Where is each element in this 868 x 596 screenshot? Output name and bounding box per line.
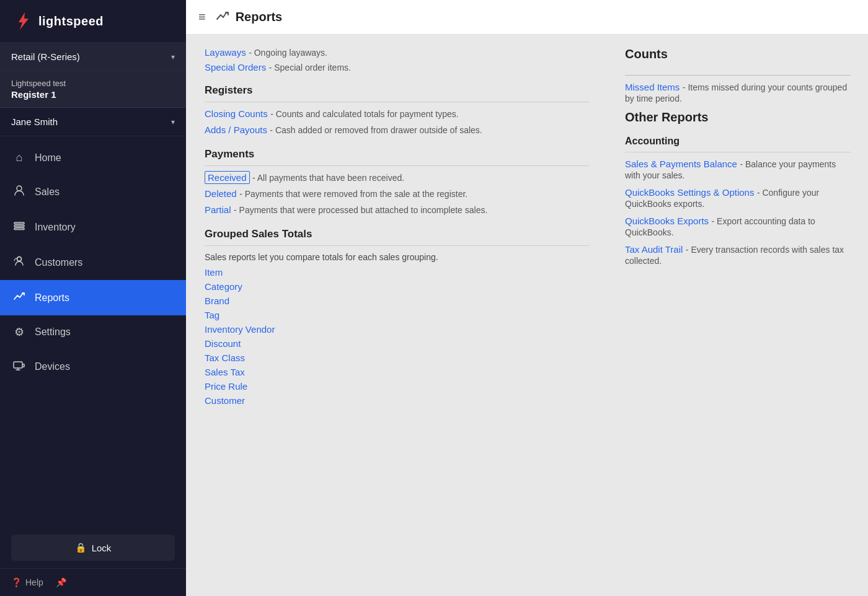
sidebar-item-settings[interactable]: ⚙ Settings (0, 315, 186, 349)
tag-link[interactable]: Tag (205, 310, 589, 320)
special-orders-item: Special Orders - Special order items. (205, 62, 589, 73)
sidebar-item-customers[interactable]: Customers (0, 245, 186, 280)
retail-label: Retail (R-Series) (11, 51, 80, 62)
tax-class-link[interactable]: Tax Class (205, 353, 589, 363)
quickbooks-settings-link[interactable]: QuickBooks Settings & Options (625, 187, 754, 198)
customers-icon (12, 255, 26, 270)
missed-items-item: Missed Items - Items missed during your … (625, 82, 851, 104)
partial-link[interactable]: Partial (205, 204, 231, 215)
adds-payouts-link[interactable]: Adds / Payouts (205, 125, 267, 135)
help-button[interactable]: ❓ Help (11, 577, 43, 587)
sidebar-item-customers-label: Customers (35, 257, 82, 268)
settings-icon: ⚙ (12, 325, 26, 339)
received-link[interactable]: Received (205, 171, 250, 184)
pin-button[interactable]: 📌 (56, 577, 66, 587)
deleted-desc: - Payments that were removed from the sa… (239, 189, 467, 199)
closing-counts-item: Closing Counts - Counts and calculated t… (205, 108, 589, 120)
quickbooks-exports-item: QuickBooks Exports - Export accounting d… (625, 216, 851, 238)
received-desc: - All payments that have been received. (252, 173, 404, 183)
customer-link[interactable]: Customer (205, 395, 589, 406)
svg-point-6 (17, 257, 22, 261)
sidebar-item-sales[interactable]: Sales (0, 174, 186, 209)
deleted-link[interactable]: Deleted (205, 188, 237, 199)
register-info: Lightspeed test Register 1 (0, 71, 186, 108)
grouped-sales-description: Sales reports let you compare totals for… (205, 252, 589, 262)
other-reports-header: Other Reports (625, 110, 851, 125)
user-name: Jane Smith (11, 116, 58, 127)
closing-counts-link[interactable]: Closing Counts (205, 108, 268, 119)
sidebar-item-home-label: Home (35, 152, 61, 164)
sales-payments-balance-link[interactable]: Sales & Payments Balance (625, 159, 737, 169)
lock-label: Lock (92, 543, 112, 553)
retail-chevron-icon: ▾ (171, 53, 175, 61)
item-link[interactable]: Item (205, 267, 589, 278)
sales-payments-balance-item: Sales & Payments Balance - Balance your … (625, 159, 851, 181)
received-item: Received - All payments that have been r… (205, 172, 589, 183)
svg-point-1 (17, 186, 22, 191)
main-content: ≡ Reports Layaways - Ongoing layaways. S… (186, 0, 868, 596)
content-area: Layaways - Ongoing layaways. Special Ord… (186, 35, 868, 596)
price-rule-link[interactable]: Price Rule (205, 381, 589, 392)
adds-payouts-desc: - Cash added or removed from drawer outs… (270, 125, 482, 135)
tax-audit-trail-link[interactable]: Tax Audit Trail (625, 244, 683, 255)
svg-marker-0 (19, 12, 29, 30)
sidebar-logo: lightspeed (0, 0, 186, 43)
lightspeed-flame-icon (12, 11, 32, 31)
adds-payouts-item: Adds / Payouts - Cash added or removed f… (205, 125, 589, 136)
quickbooks-exports-link[interactable]: QuickBooks Exports (625, 216, 709, 226)
special-orders-link[interactable]: Special Orders (205, 62, 266, 72)
register-store-name: Lightspeed test (11, 79, 175, 88)
inventory-vendor-link[interactable]: Inventory Vendor (205, 324, 589, 335)
devices-icon (12, 359, 26, 374)
nav-items: ⌂ Home Sales Inventory (0, 136, 186, 527)
pin-icon: 📌 (56, 577, 66, 587)
reports-chart-icon (216, 9, 229, 25)
retail-dropdown[interactable]: Retail (R-Series) ▾ (0, 43, 186, 71)
right-panel: Counts Missed Items - Items missed durin… (608, 35, 868, 596)
hamburger-icon[interactable]: ≡ (198, 10, 206, 24)
grouped-sales-section-header: Grouped Sales Totals (205, 221, 589, 246)
quickbooks-settings-item: QuickBooks Settings & Options - Configur… (625, 187, 851, 209)
category-link[interactable]: Category (205, 281, 589, 292)
partial-desc: - Payments that were processed but attac… (234, 205, 487, 215)
grouped-sales-links: Item Category Brand Tag Inventory Vendor… (205, 267, 589, 406)
lock-button[interactable]: 🔒 Lock (11, 535, 175, 561)
topbar-title-text: Reports (236, 10, 283, 24)
sales-tax-link[interactable]: Sales Tax (205, 367, 589, 377)
svg-rect-3 (14, 226, 24, 227)
deleted-item: Deleted - Payments that were removed fro… (205, 188, 589, 199)
topbar: ≡ Reports (186, 0, 868, 35)
closing-counts-desc: - Counts and calculated totals for payme… (270, 109, 459, 119)
layaways-link[interactable]: Layaways (205, 47, 246, 58)
layaways-item: Layaways - Ongoing layaways. (205, 47, 589, 58)
register-name: Register 1 (11, 89, 175, 100)
user-chevron-icon: ▾ (171, 118, 175, 126)
left-panel: Layaways - Ongoing layaways. Special Ord… (186, 35, 608, 596)
topbar-title: Reports (216, 9, 283, 25)
svg-rect-2 (14, 222, 24, 224)
sales-icon (12, 184, 26, 199)
partial-item: Partial - Payments that were processed b… (205, 204, 589, 216)
counts-section-header: Counts (625, 47, 851, 61)
sidebar-item-reports[interactable]: Reports (0, 280, 186, 315)
sidebar-item-inventory[interactable]: Inventory (0, 209, 186, 245)
inventory-icon (12, 219, 26, 235)
sidebar-item-reports-label: Reports (35, 292, 69, 304)
sidebar-footer: ❓ Help 📌 (0, 568, 186, 596)
special-orders-desc: - Special order items. (269, 63, 351, 72)
accounting-header: Accounting (625, 129, 851, 152)
counts-divider (625, 66, 851, 76)
svg-rect-7 (14, 362, 22, 368)
sidebar-item-home[interactable]: ⌂ Home (0, 141, 186, 174)
brand-link[interactable]: Brand (205, 296, 589, 306)
lock-icon: 🔒 (75, 542, 87, 553)
home-icon: ⌂ (12, 151, 26, 164)
sidebar-item-devices[interactable]: Devices (0, 349, 186, 384)
user-dropdown[interactable]: Jane Smith ▾ (0, 108, 186, 136)
missed-items-link[interactable]: Missed Items (625, 82, 680, 92)
help-label: Help (25, 577, 43, 587)
registers-section-header: Registers (205, 77, 589, 102)
logo-text: lightspeed (38, 14, 104, 28)
discount-link[interactable]: Discount (205, 338, 589, 349)
tax-audit-trail-item: Tax Audit Trail - Every transaction reco… (625, 244, 851, 266)
